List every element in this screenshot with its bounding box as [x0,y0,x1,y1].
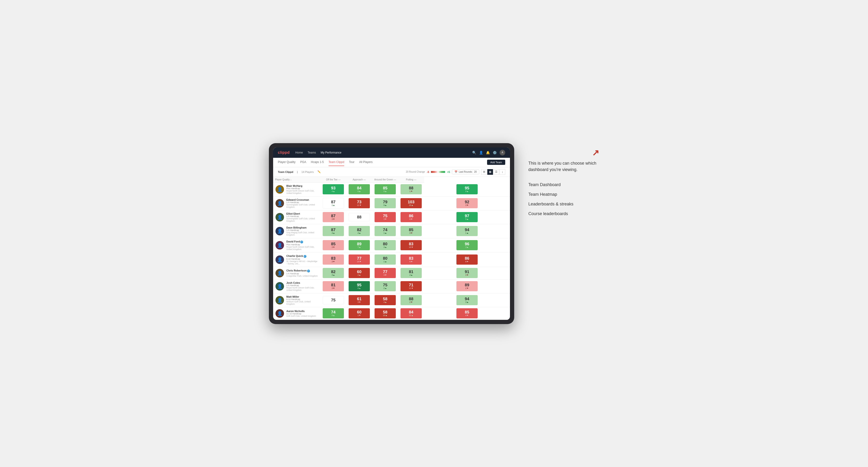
metric-cell: 93 4▲ [320,182,346,196]
arrow-area: ↗ [528,148,599,158]
metric-value: 58 [383,310,388,314]
player-cell[interactable]: 👤 Chris Robertson✓ 1-5 Handicap Craigmil… [273,267,320,279]
metric-delta: 3▼ [383,218,387,220]
player-club: Woburn Golf Club, United Kingdom [286,301,318,305]
annotation-item-4: Course leaderboards [528,209,599,219]
metric-inner: 83 6▼ [409,256,413,263]
search-icon[interactable]: 🔍 [472,151,476,154]
metric-delta: 10▼ [409,246,413,248]
metric-box: 80 3▲ [375,240,396,250]
last-rounds-button[interactable]: 📅 Last Rounds: 20 [452,169,479,174]
player-name: Edward Crossman [286,198,318,201]
metric-box: 83 6▼ [401,254,422,264]
list-view-button[interactable]: ☰ [493,169,499,175]
add-team-button[interactable]: Add Team [487,160,505,165]
edit-icon[interactable]: ✏️ [317,170,321,173]
sort-view-button[interactable]: ↕ [500,169,505,175]
player-cell[interactable]: 👤 Dave Billingham 1-5 Handicap Gog Magog… [273,224,320,238]
metric-inner: 58 10▲ [383,310,388,316]
metric-cell: 71 11▼ [398,279,424,293]
metric-cell: 88 1▼ [398,182,424,196]
player-cell[interactable]: 👤 Charlie Quick✓ 6-10 Handicap St. Georg… [273,252,320,267]
metric-delta: 9▲ [383,204,387,206]
metric-box: 85 3▼ [323,240,344,250]
tab-pgat[interactable]: Player Quality [278,158,296,166]
metric-inner: 75 [331,298,336,302]
metric-inner: 74 1▲ [383,228,388,234]
user-icon[interactable]: 👤 [479,151,483,154]
metric-inner: 85 8▲ [383,186,388,192]
metric-value: 84 [409,310,413,314]
metric-inner: 94 3▲ [465,297,469,303]
player-name: Charlie Quick✓ [286,254,318,258]
th-putting[interactable]: Putting — [398,177,424,183]
player-hcp: 6-10 Handicap [286,298,318,301]
nav-link-home[interactable]: Home [295,150,303,155]
metric-cell: 85 3▼ [320,238,346,252]
th-approach[interactable]: Approach — [346,177,372,183]
tabs-bar: Player Quality PGA Hcaps 1-5 Team Clippd… [273,158,510,167]
th-off-tee[interactable]: Off the Tee — [320,177,346,183]
bell-icon[interactable]: 🔔 [486,151,490,154]
player-hcp: 6-10 Handicap [286,258,318,260]
player-avatar: 👤 [276,185,284,194]
metric-value: 61 [357,297,362,301]
tab-team-clippd[interactable]: Team Clippd [329,158,344,166]
player-cell[interactable]: 👤 David Ford✓ Plus Handicap Royal North … [273,238,320,252]
metric-cell: 74 8▲ [320,307,346,319]
metric-cell: 84 6▲ [346,182,372,196]
player-hcp: 1-5 Handicap [286,272,318,275]
metric-delta: 1▼ [409,190,413,192]
metric-cell: 96 3▲ [424,238,510,252]
metric-cell: 87 4▲ [320,224,346,238]
metric-inner: 85 3▼ [409,228,413,234]
player-info: Chris Robertson✓ 1-5 Handicap Craigmilla… [286,269,318,277]
metric-inner: 92 3▼ [465,200,469,206]
metric-box: 80 1▲ [375,254,396,264]
player-cell[interactable]: 👤 Aaron Nicholls 11-15 Handicap Drift Go… [273,307,320,319]
table-row: 👤 Edward Crossman 1-5 Handicap Sunningda… [273,196,510,210]
player-club: Drift Golf Club, United Kingdom [286,315,316,317]
player-cell[interactable]: 👤 Edward Crossman 1-5 Handicap Sunningda… [273,196,320,210]
player-avatar: 👤 [276,269,284,277]
team-info-bar: Team Clippd | 14 Players ✏️ 20 Round Cha… [273,167,510,177]
avatar[interactable]: A [500,150,505,155]
heatmap-view-button[interactable]: ▦ [487,169,493,175]
tab-tour[interactable]: Tour [349,158,354,166]
metric-value: 91 [465,270,469,274]
metric-box: 79 9▲ [375,198,396,208]
metric-cell: 74 1▲ [372,224,398,238]
settings-icon[interactable]: ⚙️ [493,151,497,154]
player-cell[interactable]: 👤 Josh Coles 1-5 Handicap Royal North De… [273,279,320,293]
player-cell[interactable]: 👤 Matt Miller 6-10 Handicap Woburn Golf … [273,293,320,307]
metric-delta: 3▲ [465,301,469,303]
player-cell[interactable]: 👤 Blair McHarg Plus Handicap Royal North… [273,182,320,196]
metric-inner: 87 4▲ [331,228,336,234]
player-hcp: 1-5 Handicap [286,215,318,217]
player-avatar: 👤 [276,241,284,250]
metric-delta: 3▼ [332,287,335,289]
metric-delta: 3▲ [465,246,469,248]
tab-pga[interactable]: PGA [300,158,306,166]
metric-delta: 3▼ [409,232,413,234]
metric-cell: 60 1▼ [346,307,372,319]
th-player-quality[interactable]: Player Quality ↓ [273,177,320,183]
nav-link-performance[interactable]: My Performance [320,150,341,155]
metric-delta: 1▲ [383,260,387,263]
player-cell[interactable]: 👤 Elliot Ebert 1-5 Handicap Sunningdale … [273,210,320,224]
metric-box: 94 3▲ [456,295,478,305]
metric-cell: 91 3▼ [424,267,510,279]
player-avatar: 👤 [276,227,284,236]
metric-delta: 3▼ [383,274,387,276]
metric-box: 95 9▲ [456,184,478,194]
metric-delta: 2▼ [409,301,413,303]
nav-link-teams[interactable]: Teams [308,150,316,155]
grid-view-button[interactable]: ⊞ [481,169,487,175]
metric-delta: 4▲ [332,232,335,234]
metric-inner: 79 9▲ [383,200,388,206]
tab-all-players[interactable]: All Players [359,158,373,166]
th-around-green[interactable]: Around the Green — [372,177,398,183]
metric-cell: 88 [346,210,372,224]
metric-box: 82 4▲ [349,226,370,236]
tab-hcaps[interactable]: Hcaps 1-5 [311,158,324,166]
